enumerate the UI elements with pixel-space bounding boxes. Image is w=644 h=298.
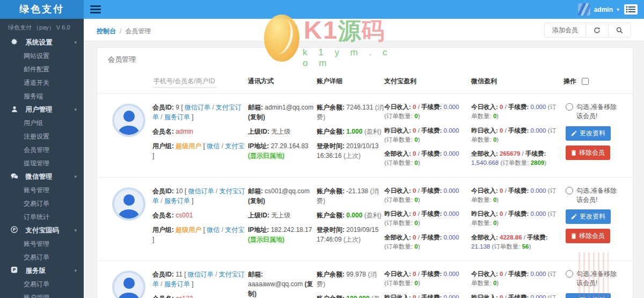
remove-select-option: 勾选,准备移除该会员! xyxy=(566,270,625,288)
sidebar-section-users[interactable]: 用户管理 ▾ xyxy=(0,103,84,117)
remove-select-option: 勾选,准备移除该会员! xyxy=(566,186,625,205)
select-all-checkbox[interactable] xyxy=(582,78,589,85)
sidebar-item-alipay-orders[interactable]: 交易订单 xyxy=(0,251,84,264)
breadcrumb-home-link[interactable]: 控制台 xyxy=(97,27,116,35)
chevron-down-icon: ▾ xyxy=(617,6,619,12)
fee-label: 手续费: xyxy=(508,104,529,110)
fee-label: 手续费: xyxy=(421,234,442,241)
member-name-label: 会员名: xyxy=(152,212,174,219)
sidebar-item-mail-config[interactable]: 邮件配置 xyxy=(0,63,84,76)
order-count-value: 0 xyxy=(414,136,418,143)
user-menu[interactable]: admin ▾ xyxy=(578,0,619,19)
sidebar-item-channel-switch[interactable]: 通道开关 xyxy=(0,76,84,90)
remove-member-button[interactable]: 移除会员 xyxy=(566,229,610,243)
sidebar-item-order-stats[interactable]: 订单统计 xyxy=(0,210,84,224)
group-alipay-link[interactable]: 支付宝 xyxy=(225,226,244,234)
sidebar-item-service-orders[interactable]: 交易订单 xyxy=(0,278,84,291)
member-id-value: 10 xyxy=(175,187,182,195)
member-name-value: admin xyxy=(175,128,193,135)
email-value: admin1@qq.com xyxy=(265,104,313,111)
table-header-row: 通讯方式 账户详细 支付宝盈利 微信盈利 操作 xyxy=(97,69,633,94)
sidebar-item-server[interactable]: 服务端 xyxy=(0,90,84,103)
chevron-down-icon: ▾ xyxy=(74,170,77,184)
order-count-note: (订单数量: 0) xyxy=(384,159,420,166)
table-row: 会员ID: 10 微信订单支付宝订单服务订单 会员名: cs001 用户组: 超… xyxy=(97,178,633,261)
sidebar-item-withdraw-manage[interactable]: 提现管理 xyxy=(0,157,84,170)
fee-label: 手续费: xyxy=(508,187,529,194)
sidebar-item-member-manage[interactable]: 会员管理 xyxy=(0,143,84,157)
show-ip-location-link[interactable]: (显示归属地) xyxy=(248,236,284,243)
refresh-button[interactable] xyxy=(586,23,609,38)
sidebar-section-label: 服务版 xyxy=(25,267,46,274)
sidebar-item-register-settings[interactable]: 注册设置 xyxy=(0,130,84,143)
group-wechat-link[interactable]: 微信 xyxy=(207,226,219,234)
sidebar-section-wechat[interactable]: 微信管理 ▾ xyxy=(0,170,84,184)
table-row: 会员ID: 9 微信订单支付宝订单服务订单 会员名: admin 用户组: 超级… xyxy=(97,94,633,178)
search-icon xyxy=(616,27,623,34)
edit-member-button[interactable]: 更改资料 xyxy=(566,209,611,224)
add-member-button[interactable]: 添加会员 xyxy=(544,23,586,38)
remove-select-radio[interactable] xyxy=(566,103,573,111)
fee-value: 0.000 xyxy=(444,150,459,157)
layout-list-icon[interactable] xyxy=(624,4,638,14)
sidebar-section-label: 微信管理 xyxy=(25,173,52,180)
order-count-value: 0 xyxy=(414,113,418,119)
edit-member-button[interactable]: 更改资料 xyxy=(566,293,611,298)
yesterday-income-label: 昨日收入: xyxy=(471,294,498,298)
order-count-value: 0 xyxy=(414,197,418,203)
breadcrumb-current: 会员管理 xyxy=(125,27,151,35)
column-header-wechat-profit: 微信盈利 xyxy=(471,77,564,86)
fee-value: 0.000 xyxy=(531,187,546,194)
balance-value: 99.978 xyxy=(346,271,366,278)
order-count-note: (订单数量: 56) xyxy=(492,243,531,250)
search-button[interactable] xyxy=(608,23,631,38)
fee-label: 手续费: xyxy=(508,271,529,277)
table-body: 会员ID: 9 微信订单支付宝订单服务订单 会员名: admin 用户组: 超级… xyxy=(97,94,633,298)
remove-member-button[interactable]: 移除会员 xyxy=(566,146,610,160)
sidebar-item-site-settings[interactable]: 网站设置 xyxy=(0,49,84,63)
sidebar-toggle-button[interactable] xyxy=(84,0,107,19)
fee-value: 0.000 xyxy=(444,234,459,241)
copy-link[interactable]: (复制) xyxy=(248,113,265,121)
sidebar-section-system[interactable]: 系统设置 ▾ xyxy=(0,36,84,49)
edit-member-button[interactable]: 更改资料 xyxy=(566,126,611,141)
edit-icon xyxy=(571,214,577,220)
member-name-value: cs001 xyxy=(175,212,193,219)
order-count-value: 0 xyxy=(493,197,496,203)
member-info-cell: 会员ID: 11 微信订单支付宝订单服务订单 会员名: cc123 用户组: 超… xyxy=(152,270,248,298)
copy-link[interactable]: (复制) xyxy=(248,197,265,205)
search-input[interactable] xyxy=(152,75,217,88)
user-avatar xyxy=(578,3,590,16)
sidebar-item-user-groups[interactable]: 用户组 xyxy=(0,117,84,130)
remove-select-radio[interactable] xyxy=(566,270,573,278)
service-orders-link[interactable]: 服务订单 xyxy=(164,280,190,288)
account-cell: 账户余额: -21.138 (消费) 账户金额: 0.000 (盈利) 登录时间… xyxy=(317,186,384,257)
sidebar-item-alipay-accounts[interactable]: 账号管理 xyxy=(0,237,84,251)
account-cell: 账户余额: 7246.131 (消费) 账户金额: 1.000 (盈利) 登录时… xyxy=(317,103,384,173)
wechat-orders-link[interactable]: 微信订单 xyxy=(188,271,214,278)
fee-value: 0.000 xyxy=(531,104,546,110)
remove-select-option: 勾选,准备移除该会员! xyxy=(566,103,625,121)
sidebar-item-wechat-orders[interactable]: 交易订单 xyxy=(0,197,84,210)
chevron-down-icon: ▾ xyxy=(74,36,77,49)
sidebar-item-wechat-accounts[interactable]: 账号管理 xyxy=(0,184,84,197)
service-orders-link[interactable]: 服务订单 xyxy=(164,197,190,205)
group-wechat-link[interactable]: 微信 xyxy=(207,142,219,150)
sidebar-section-service[interactable]: P 服务版 ▾ xyxy=(0,264,84,278)
fee-label: 手续费: xyxy=(421,271,442,277)
parent-id-label: 上级ID: xyxy=(248,212,269,219)
member-id-value: 11 xyxy=(175,271,182,278)
action-cell: 勾选,准备移除该会员! 更改资料 移除会员 xyxy=(564,270,625,298)
fee-label: 手续费: xyxy=(508,127,529,134)
sidebar-item-service-accounts[interactable]: 账户管理 xyxy=(0,291,84,298)
remove-select-radio[interactable] xyxy=(566,187,573,194)
wechat-orders-link[interactable]: 微信订单 xyxy=(185,104,210,111)
group-alipay-link[interactable]: 支付宝 xyxy=(225,142,244,150)
trash-icon xyxy=(571,233,576,239)
sidebar-section-alipay-qrcode[interactable]: P 支付宝固码 ▾ xyxy=(0,224,84,237)
wechat-orders-link[interactable]: 微信订单 xyxy=(188,187,214,195)
user-group-value: 超级用户 xyxy=(175,142,201,150)
show-ip-location-link[interactable]: (显示归属地) xyxy=(248,152,284,159)
today-income-label: 今日收入: xyxy=(384,271,411,277)
service-orders-link[interactable]: 服务订单 xyxy=(164,113,190,121)
